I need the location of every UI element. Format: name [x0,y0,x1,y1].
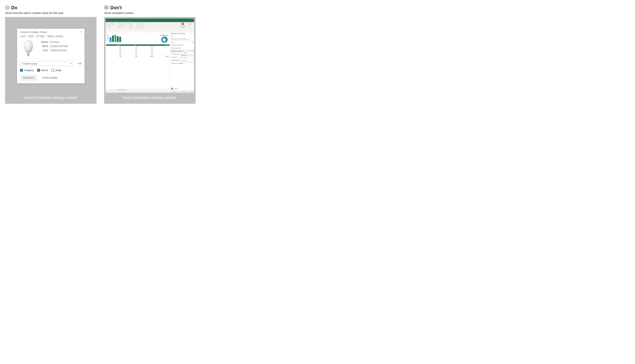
ribbon: Parts Catalog Contoso [106,22,194,30]
worksheet[interactable]: GHIJK $6,0005,0004,0003,000200010000 [106,32,170,90]
bulb-icon [181,22,184,25]
svg-rect-2 [27,53,30,54]
hamburger-icon[interactable]: ☰ [170,35,194,38]
svg-point-0 [6,6,9,9]
product-meta: Brand:Contoso MPN:LED9870CF609 UPS:74665… [40,39,82,57]
list-item[interactable]: Contoso 85w Equal [170,46,194,50]
do-caption: Insert formatted catalog content. [5,93,96,104]
close-icon[interactable]: ✕ [80,31,82,33]
breadcrumb[interactable]: LED - R30 - 2700K - Warm White [171,38,193,39]
context-menu: Preview Insert Format Pin [181,51,193,62]
grid-view-icon[interactable]: ▦ [192,42,193,42]
horizontal-scrollbar[interactable] [106,89,169,90]
dont-column: Don't Show unrelated content. — ▢ ✕ [104,5,195,104]
chevron-down-icon [70,63,72,65]
status-bar: − + 100% [106,90,194,92]
dont-subtitle: Show unrelated content. [104,12,195,15]
menu-preview[interactable]: Preview [181,52,193,54]
addin-ribbon-button[interactable]: Parts Catalog Contoso [180,22,187,30]
preview-dialog: Contoso Part Catalog - Preview ✕ LED - R… [17,29,85,84]
list-item[interactable]: Contoso 60 - 65w Equal [170,62,194,65]
x-circle-icon [104,5,108,10]
bar-chart: $6,0005,0004,0003,000200010000 Cash flow… [106,35,158,44]
do-title: Do [11,5,17,10]
avatar: C [171,88,173,90]
result-count: 16 results in LED - R30 - 60-65 Watt Equ… [171,39,193,40]
chevron-down-icon[interactable]: ▾ [191,33,191,34]
insert-item-button[interactable]: Insert item [20,75,37,81]
menu-format[interactable]: Format [181,56,193,59]
product-name: LED - R30 - 2700K - Warm White [20,34,82,38]
list-view-icon[interactable]: ≡ [191,42,191,42]
do-column: Do Show how the add-in creates value for… [5,5,97,104]
taskpane-title: Contoso Parts Catalog [171,33,185,34]
dont-title: Don't [110,5,122,10]
maximize-icon[interactable]: ▢ [189,19,190,20]
checkbox-images[interactable]: Image(s) [20,69,34,72]
taskpane-footer: C Contoso [170,87,194,90]
window-titlebar: — ▢ ✕ [106,18,194,20]
svg-rect-5 [27,55,29,56]
product-image [20,39,37,57]
checkbox-angle[interactable]: Angle [51,69,62,72]
svg-rect-9 [182,24,183,24]
task-pane: Contoso Parts Catalog ▾✕ ☰ LED - R30 - 2… [170,32,194,90]
donut-chart: Family Budget Use [159,35,169,44]
check-circle-icon [5,5,10,10]
list-item[interactable]: Contoso 60 - 65w Equal [170,44,194,46]
dialog-title: Contoso Part Catalog - Preview [20,31,82,33]
checkmark-icon [20,69,23,72]
svg-rect-1 [27,52,30,53]
svg-rect-6 [28,56,29,56]
product-details-button[interactable]: Product details [42,75,61,81]
results-list: Contoso 60 - 65w EqualContoso 85w EqualC… [170,44,194,87]
formula-bar[interactable] [106,30,194,32]
do-panel: Contoso Part Catalog - Preview ✕ LED - R… [5,17,97,104]
menu-pin[interactable]: Pin [181,59,193,62]
zoom-slider[interactable] [179,92,188,92]
ribbon-tabs[interactable] [106,20,194,22]
checkbox-brand[interactable]: Brand [37,69,48,72]
menu-insert[interactable]: Insert [181,54,193,56]
pin-icon[interactable] [77,62,82,66]
minimize-icon[interactable]: — [187,19,188,20]
excel-window: — ▢ ✕ Parts [106,18,194,93]
svg-rect-3 [27,54,30,54]
dont-caption: Insert formatted catalog content. [104,93,195,104]
view-buttons[interactable] [171,91,176,92]
svg-rect-4 [27,54,30,55]
dont-panel: — ▢ ✕ Parts [104,17,195,104]
zoom-level: 100% [190,91,193,92]
svg-point-8 [182,23,183,24]
checkmark-icon [37,69,40,72]
close-icon[interactable]: ✕ [192,19,193,20]
do-subtitle: Show how the add-in creates value for th… [5,12,97,15]
layout-select[interactable]: 2 Column Layout [20,62,74,66]
close-icon[interactable]: ✕ [192,33,193,34]
svg-point-12 [182,52,183,53]
column-headers: GHIJK [106,32,169,34]
data-table: ProjectedActualTOTAL 0.000.000.000.000.0… [106,44,169,89]
